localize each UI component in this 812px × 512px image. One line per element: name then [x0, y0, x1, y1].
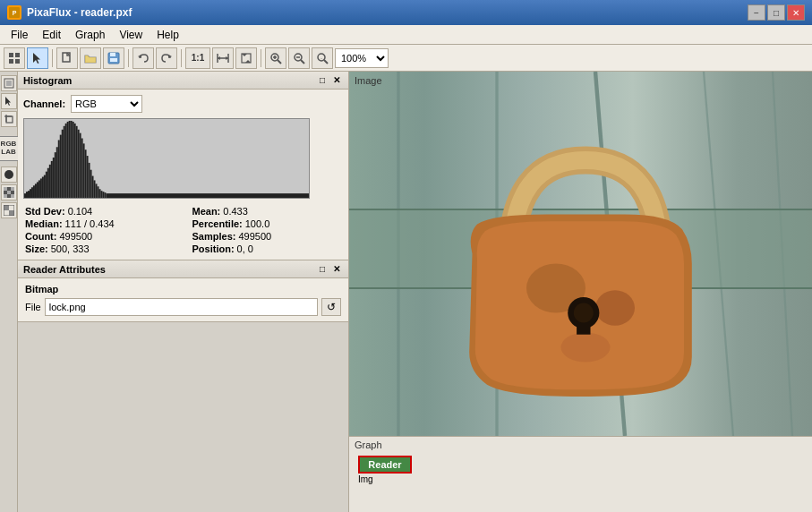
svg-text:P: P	[13, 10, 17, 16]
maximize-button[interactable]: □	[767, 4, 785, 21]
position-value: 0, 0	[237, 243, 253, 254]
file-input[interactable]	[45, 298, 318, 316]
stat-mean: Mean: 0.433	[192, 206, 342, 217]
count-value: 499500	[59, 231, 92, 242]
histogram-restore-button[interactable]: □	[316, 74, 329, 87]
svg-rect-53	[26, 192, 28, 198]
tool-pointer[interactable]	[1, 93, 17, 109]
open-button[interactable]	[80, 47, 101, 69]
svg-rect-87	[87, 156, 89, 198]
menu-bar: File Edit Graph View Help	[0, 25, 812, 45]
new-button[interactable]	[56, 47, 78, 69]
svg-point-110	[561, 333, 611, 363]
svg-rect-41	[11, 187, 14, 191]
stats-grid: Std Dev: 0.104 Mean: 0.433 Median: 111 /…	[23, 206, 343, 254]
svg-rect-33	[6, 81, 12, 86]
svg-rect-64	[46, 172, 47, 198]
svg-rect-3	[15, 53, 20, 57]
svg-rect-80	[74, 124, 76, 198]
svg-rect-75	[65, 124, 67, 198]
graph-node-reader[interactable]: Reader	[358, 456, 412, 474]
minimize-button[interactable]: −	[748, 4, 765, 21]
median-label: Median:	[25, 218, 63, 229]
stat-median: Median: 111 / 0.434	[25, 218, 175, 229]
tool-crop[interactable]	[1, 111, 17, 127]
undo-button[interactable]	[132, 47, 154, 69]
svg-rect-5	[15, 59, 20, 64]
zoom-1-1-button[interactable]: 1:1	[185, 47, 210, 69]
svg-rect-39	[4, 187, 7, 191]
fit-page-button[interactable]	[235, 47, 257, 69]
svg-rect-94	[98, 189, 100, 198]
toolbar-separator-4	[261, 49, 261, 67]
app-icon: P	[7, 5, 21, 20]
select-tool-button[interactable]	[27, 47, 48, 69]
svg-rect-11	[110, 58, 117, 62]
svg-rect-52	[24, 193, 26, 198]
svg-rect-97	[104, 192, 106, 198]
grid-icon-button[interactable]	[4, 47, 25, 69]
fit-width-button[interactable]	[212, 47, 234, 69]
svg-marker-21	[245, 60, 251, 63]
toolbar-separator-3	[181, 49, 182, 67]
file-refresh-button[interactable]: ↺	[321, 298, 341, 316]
svg-rect-85	[83, 143, 85, 198]
channel-row: Channel: RGB Red Green Blue Alpha	[23, 95, 343, 113]
graph-panel: Graph Reader Img	[349, 436, 812, 512]
channel-select[interactable]: RGB Red Green Blue Alpha	[71, 95, 142, 113]
close-button[interactable]: ✕	[787, 4, 805, 21]
histogram-close-button[interactable]: ✕	[330, 74, 343, 87]
svg-rect-47	[11, 194, 14, 198]
window-title: PixaFlux - reader.pxf	[27, 6, 748, 19]
svg-rect-58	[35, 183, 37, 198]
reader-restore-button[interactable]: □	[316, 263, 329, 276]
svg-rect-93	[97, 186, 98, 198]
samples-label: Samples:	[192, 231, 236, 242]
svg-rect-4	[9, 59, 13, 64]
svg-rect-90	[92, 176, 94, 198]
svg-rect-77	[69, 121, 71, 198]
left-panels: Histogram □ ✕ Channel: RGB Red Green Blu…	[18, 72, 349, 512]
reader-attributes-panel: Reader Attributes □ ✕ Bitmap File ↺	[18, 260, 348, 322]
menu-edit[interactable]: Edit	[35, 27, 68, 43]
svg-line-28	[301, 60, 304, 64]
svg-rect-86	[85, 149, 87, 198]
svg-rect-45	[4, 194, 7, 198]
menu-graph[interactable]: Graph	[68, 27, 112, 43]
toolbar-separator-2	[128, 49, 129, 67]
reader-close-button[interactable]: ✕	[330, 263, 343, 276]
zoom-select[interactable]: 100% 25% 50% 75% 150% 200%	[335, 48, 389, 68]
svg-rect-42	[4, 191, 7, 194]
tool-circle[interactable]	[1, 166, 17, 183]
menu-help[interactable]: Help	[150, 27, 186, 43]
tool-checkerboard[interactable]	[1, 202, 17, 218]
zoom-custom-button[interactable]: -	[312, 47, 333, 69]
menu-view[interactable]: View	[112, 27, 150, 43]
svg-rect-67	[51, 161, 53, 198]
menu-file[interactable]: File	[4, 27, 35, 43]
svg-rect-69	[55, 152, 56, 198]
mean-value: 0.433	[223, 206, 248, 217]
zoom-in-button[interactable]	[265, 47, 286, 69]
tool-select[interactable]	[1, 75, 17, 91]
image-panel-label: Image	[355, 75, 382, 86]
redo-button[interactable]	[156, 47, 177, 69]
right-area: Image	[349, 72, 812, 512]
tool-pattern[interactable]	[1, 184, 17, 201]
svg-rect-70	[56, 147, 58, 198]
zoom-out-button[interactable]	[288, 47, 310, 69]
left-panel-spacer	[18, 322, 348, 512]
file-row: File ↺	[25, 298, 341, 316]
samples-value: 499500	[238, 231, 271, 242]
reader-attributes-header: Reader Attributes □ ✕	[18, 260, 348, 278]
svg-text:-: -	[321, 55, 322, 61]
save-button[interactable]	[103, 47, 124, 69]
svg-rect-49	[9, 210, 14, 216]
svg-rect-66	[49, 165, 51, 198]
svg-rect-71	[58, 140, 60, 198]
stat-std-dev: Std Dev: 0.104	[25, 206, 175, 217]
std-dev-label: Std Dev:	[25, 206, 65, 217]
graph-panel-label: Graph	[349, 437, 812, 452]
toolbar: 1:1 - 100% 25% 50% 75% 150% 200%	[0, 45, 812, 72]
svg-rect-79	[73, 122, 74, 198]
